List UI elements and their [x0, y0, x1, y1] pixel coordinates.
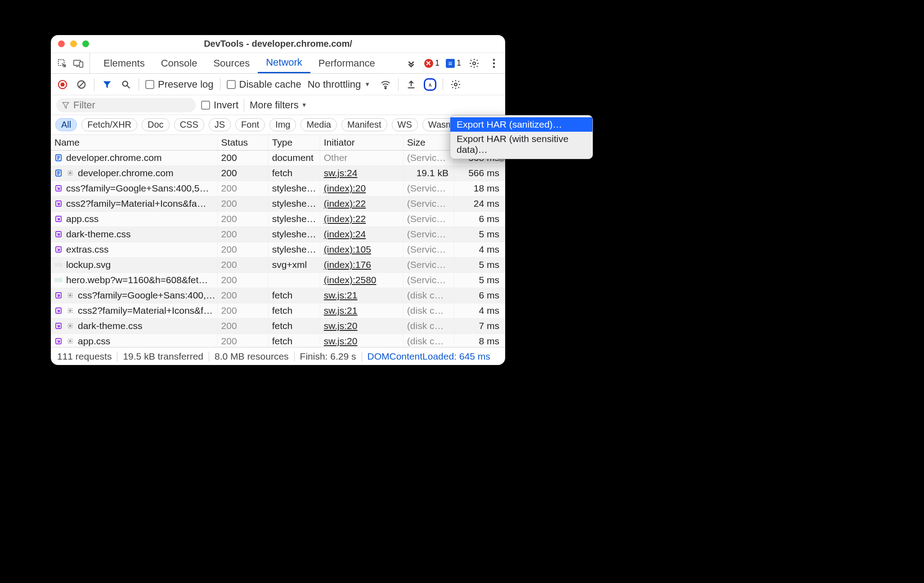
- tab-elements[interactable]: Elements: [95, 53, 153, 73]
- export-har-menu-item[interactable]: Export HAR (sanitized)…: [450, 117, 592, 132]
- filter-pill-all[interactable]: All: [55, 118, 77, 131]
- table-row[interactable]: developer.chrome.com200documentOther(Ser…: [51, 150, 505, 165]
- export-har-menu-item[interactable]: Export HAR (with sensitive data)…: [450, 132, 592, 157]
- table-row[interactable]: css2?family=Material+Icons&fa…200stylesh…: [51, 196, 505, 211]
- table-row[interactable]: css?family=Google+Sans:400,5…200styleshe…: [51, 181, 505, 196]
- settings-gear-icon[interactable]: [467, 58, 481, 69]
- table-row[interactable]: css?family=Google+Sans:400,…200fetchsw.j…: [51, 288, 505, 303]
- table-row[interactable]: extras.css200styleshe…(index):105(Servic…: [51, 242, 505, 257]
- funnel-icon: [62, 101, 70, 109]
- service-worker-gear-icon: [66, 307, 74, 315]
- clear-button[interactable]: [75, 78, 88, 91]
- filter-pill-js[interactable]: JS: [209, 118, 231, 131]
- initiator-link[interactable]: (index):24: [324, 229, 366, 239]
- device-toolbar-icon[interactable]: [72, 58, 85, 68]
- filter-pill-css[interactable]: CSS: [174, 118, 204, 131]
- checkbox-icon: [145, 80, 154, 89]
- filter-pill-fetchxhr[interactable]: Fetch/XHR: [81, 118, 137, 131]
- table-row[interactable]: app.css200styleshe…(index):22(Service…6 …: [51, 211, 505, 227]
- initiator-link[interactable]: (index):176: [324, 259, 371, 270]
- requests-count: 111 requests: [57, 351, 112, 362]
- type-cell: styleshe…: [268, 227, 320, 242]
- svg-point-24: [69, 294, 71, 296]
- window-title: DevTools - developer.chrome.com/: [51, 39, 505, 49]
- resources-size: 8.0 MB resources: [215, 351, 289, 362]
- tab-network[interactable]: Network: [258, 53, 310, 73]
- type-cell: fetch: [268, 303, 320, 318]
- filter-pill-img[interactable]: Img: [269, 118, 296, 131]
- initiator-link[interactable]: sw.js:21: [324, 290, 358, 300]
- request-name: lockup.svg: [66, 259, 111, 270]
- filter-toggle-icon[interactable]: [101, 78, 113, 91]
- filter-input[interactable]: Filter: [56, 98, 196, 112]
- initiator-link[interactable]: (index):20: [324, 183, 366, 193]
- table-row[interactable]: lockup.svg200svg+xml(index):176(Service……: [51, 257, 505, 272]
- inspect-element-icon[interactable]: [55, 58, 69, 68]
- tab-performance[interactable]: Performance: [310, 53, 383, 73]
- column-header-type[interactable]: Type: [268, 135, 320, 150]
- initiator-cell: (index):20: [320, 181, 403, 196]
- preserve-log-checkbox[interactable]: Preserve log: [145, 79, 214, 90]
- initiator-link[interactable]: (index):105: [324, 244, 371, 254]
- initiator-link[interactable]: (index):2580: [324, 275, 377, 285]
- filter-placeholder: Filter: [73, 99, 95, 111]
- filter-pill-manifest[interactable]: Manifest: [341, 118, 387, 131]
- initiator-link[interactable]: sw.js:20: [324, 336, 358, 346]
- status-cell: 200: [217, 211, 268, 227]
- tab-console[interactable]: Console: [153, 53, 206, 73]
- initiator-link[interactable]: sw.js:24: [324, 168, 358, 178]
- table-row[interactable]: hero.webp?w=1160&h=608&fet…200(index):25…: [51, 272, 505, 288]
- time-cell: 4 ms: [454, 242, 505, 257]
- filter-pill-font[interactable]: Font: [235, 118, 265, 131]
- svg-rect-21: [54, 263, 63, 267]
- errors-badge[interactable]: ✕ 1: [424, 58, 440, 68]
- initiator-cell: (index):2580: [320, 272, 403, 288]
- column-header-initiator[interactable]: Initiator: [320, 135, 403, 150]
- invert-checkbox[interactable]: Invert: [201, 99, 238, 111]
- svg-point-4: [493, 58, 495, 61]
- column-header-status[interactable]: Status: [217, 135, 268, 150]
- column-header-size[interactable]: Size: [403, 135, 454, 150]
- export-har-button[interactable]: [424, 78, 436, 91]
- throttling-select[interactable]: No throttling ▼: [308, 79, 371, 90]
- network-conditions-icon[interactable]: [379, 78, 392, 91]
- filter-pill-ws[interactable]: WS: [392, 118, 418, 131]
- import-har-icon[interactable]: [405, 78, 417, 91]
- status-cell: 200: [217, 334, 268, 347]
- kebab-menu-icon[interactable]: [487, 58, 501, 68]
- status-cell: 200: [217, 227, 268, 242]
- svg-point-15: [69, 172, 71, 174]
- filter-pill-doc[interactable]: Doc: [142, 118, 170, 131]
- svg-point-6: [493, 66, 495, 68]
- table-row[interactable]: app.css200fetchsw.js:20(disk ca…8 ms: [51, 334, 505, 347]
- table-row[interactable]: css2?family=Material+Icons&f…200fetchsw.…: [51, 303, 505, 318]
- initiator-link[interactable]: (index):22: [324, 214, 366, 224]
- overflow-tabs-icon[interactable]: [404, 58, 418, 68]
- initiator-link[interactable]: sw.js:21: [324, 305, 358, 316]
- initiator-link[interactable]: sw.js:20: [324, 320, 358, 331]
- more-filters-dropdown[interactable]: More filters ▼: [250, 99, 307, 111]
- initiator-cell: sw.js:20: [320, 334, 403, 347]
- titlebar: DevTools - developer.chrome.com/: [51, 35, 505, 53]
- time-cell: 6 ms: [454, 288, 505, 303]
- table-row[interactable]: dark-theme.css200styleshe…(index):24(Ser…: [51, 227, 505, 242]
- network-settings-gear-icon[interactable]: [449, 78, 462, 91]
- resource-type-icon: [54, 215, 63, 223]
- table-row[interactable]: dark-theme.css200fetchsw.js:20(disk ca…7…: [51, 318, 505, 334]
- size-cell: (disk ca…: [403, 318, 454, 334]
- time-cell: 5 ms: [454, 272, 505, 288]
- initiator-link[interactable]: (index):22: [324, 198, 366, 209]
- disable-cache-checkbox[interactable]: Disable cache: [227, 79, 301, 90]
- request-name: hero.webp?w=1160&h=608&fet…: [66, 275, 208, 285]
- tab-sources[interactable]: Sources: [205, 53, 258, 73]
- initiator-cell: (index):176: [320, 257, 403, 272]
- filter-pill-media[interactable]: Media: [301, 118, 336, 131]
- search-icon[interactable]: [120, 78, 132, 91]
- size-cell: (disk ca…: [403, 334, 454, 347]
- invert-label: Invert: [214, 99, 238, 111]
- issues-badge[interactable]: ≡ 1: [446, 58, 461, 68]
- column-header-name[interactable]: Name: [51, 135, 217, 150]
- record-button[interactable]: [56, 78, 69, 91]
- status-cell: 200: [217, 196, 268, 211]
- table-row[interactable]: developer.chrome.com200fetchsw.js:2419.1…: [51, 165, 505, 181]
